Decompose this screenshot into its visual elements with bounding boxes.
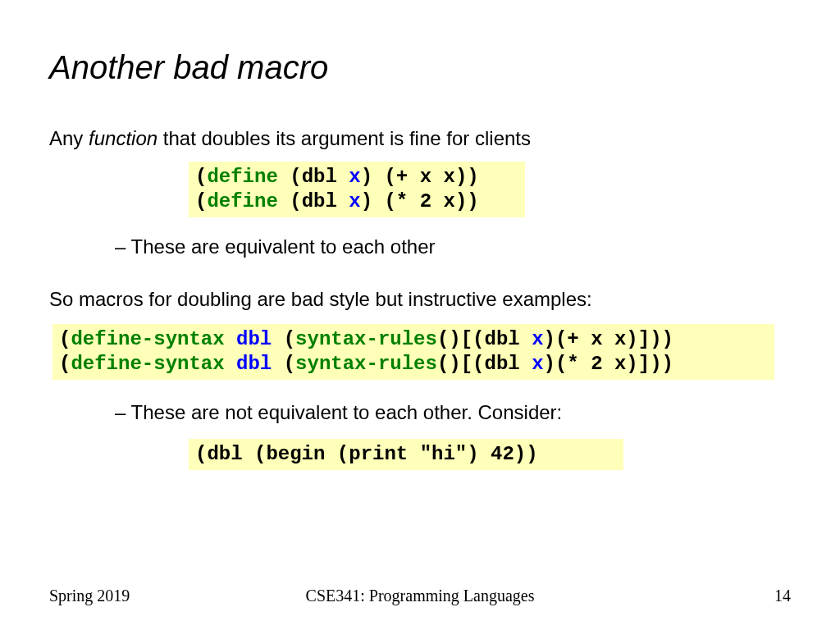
c3-l1: (dbl (begin (print "hi") 42)) [195,443,538,465]
c1-l2-p2: (dbl [278,190,349,212]
code-block-example: (dbl (begin (print "hi") 42)) [189,439,623,470]
c1-l2-x: x [349,190,360,212]
c2-l2-defsyn: define-syntax [71,353,224,375]
c1-l1-x: x [349,166,360,188]
c2-l1-synrules: syntax-rules [295,328,437,350]
intro-suffix: that doubles its argument is fine for cl… [158,127,531,149]
intro-text: Any function that doubles its argument i… [49,127,791,150]
c2-l1-x: x [532,328,543,350]
bullet-not-equivalent: – These are not equivalent to each other… [115,401,791,424]
intro-prefix: Any [49,127,89,149]
code-block-macros: (define-syntax dbl (syntax-rules()[(dbl … [52,324,774,380]
slide-footer: Spring 2019 CSE341: Programming Language… [0,587,840,605]
c1-l1-p1: ( [195,166,207,188]
c2-l2-p1: ( [59,353,71,375]
c2-l2-sp2: ( [272,353,295,375]
c1-l1-p3: ) (+ x x)) [361,166,479,188]
footer-page-number: 14 [774,587,791,605]
bullet2-text: – These are not equivalent to each other… [115,401,562,423]
c2-l1-defsyn: define-syntax [71,328,224,350]
slide: Another bad macro Any function that doub… [0,0,840,630]
footer-center: CSE341: Programming Languages [306,587,535,605]
c2-l1-sp1 [225,328,236,350]
c1-l1-define: define [207,166,277,188]
intro-function-word: function [89,127,158,149]
c2-l2-dbl: dbl [236,353,272,375]
c2-l1-dbl: dbl [236,328,272,350]
footer-left: Spring 2019 [49,587,130,605]
c2-l1-sp2: ( [272,328,295,350]
c2-l2-p3: )(* 2 x)])) [544,353,673,375]
bullet1-text: – These are equivalent to each other [115,235,436,258]
bullet-equivalent: – These are equivalent to each other [115,235,791,258]
c1-l2-p3: ) (* 2 x)) [361,190,479,212]
slide-title: Another bad macro [49,49,791,86]
c1-l2-define: define [207,190,277,212]
para-macros: So macros for doubling are bad style but… [49,288,791,311]
c2-l1-p1: ( [59,328,71,350]
c2-l2-sp1 [225,353,236,375]
c1-l2-p1: ( [195,190,207,212]
code-block-functions: (define (dbl x) (+ x x)) (define (dbl x)… [189,162,525,217]
c2-l1-p2: ()[(dbl [437,328,532,350]
c1-l1-p2: (dbl [278,166,349,188]
c2-l2-synrules: syntax-rules [295,353,437,375]
c2-l2-x: x [532,353,543,375]
c2-l1-p3: )(+ x x)])) [544,328,673,350]
c2-l2-p2: ()[(dbl [437,353,532,375]
